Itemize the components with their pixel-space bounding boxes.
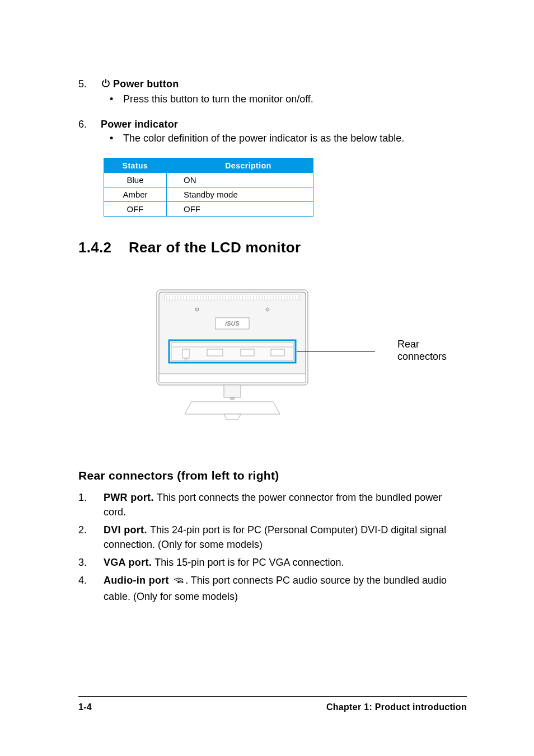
svg-rect-65 xyxy=(224,385,241,397)
bullet-item: • The color definition of the power indi… xyxy=(78,133,467,144)
power-icon xyxy=(101,78,111,91)
connector-item: 3. VGA port. This 15-pin port is for PC … xyxy=(78,555,467,570)
item-title: Power button xyxy=(101,78,179,91)
svg-text:/SUS: /SUS xyxy=(224,320,240,327)
table-row: Blue ON xyxy=(104,173,313,187)
footer-rule xyxy=(78,696,467,697)
connector-lead: PWR port. xyxy=(104,492,157,503)
svg-rect-2 xyxy=(165,294,300,300)
svg-point-51 xyxy=(195,308,199,311)
svg-point-59 xyxy=(185,358,187,360)
svg-rect-58 xyxy=(182,349,189,358)
table-cell: Blue xyxy=(104,173,167,187)
item-number: 4. xyxy=(78,573,104,604)
table-cell: Standby mode xyxy=(167,187,313,202)
section-title: Rear of the LCD monitor xyxy=(129,239,301,256)
svg-rect-61 xyxy=(241,349,254,356)
callout-line1: Rear xyxy=(397,339,419,350)
bullet-item: • Press this button to turn the monitor … xyxy=(78,93,467,105)
svg-rect-62 xyxy=(271,349,284,356)
page-footer: 1-4 Chapter 1: Product introduction xyxy=(78,696,467,712)
item-title-text: Power button xyxy=(113,78,179,90)
bullet-text: The color definition of the power indica… xyxy=(123,133,404,144)
chapter-title: Chapter 1: Product introduction xyxy=(326,702,467,712)
connector-item: 1. PWR port. This port connects the powe… xyxy=(78,490,467,519)
item-title: Power indicator xyxy=(101,119,178,130)
sub-heading: Rear connectors (from left to right) xyxy=(78,469,467,482)
section-number: 1.4.2 xyxy=(78,239,129,256)
svg-point-52 xyxy=(266,308,269,311)
callout-line2: connectors xyxy=(397,351,447,362)
figure-callout: Rear connectors xyxy=(397,338,447,363)
connector-lead: Audio-in port xyxy=(104,575,172,586)
connector-lead: DVI port. xyxy=(104,524,150,536)
item-number: 3. xyxy=(78,555,104,570)
table-header: Status xyxy=(104,158,167,173)
audio-in-icon xyxy=(173,575,184,589)
connector-text: This 15-pin port is for PC VGA connectio… xyxy=(154,557,344,568)
svg-rect-60 xyxy=(207,349,223,356)
page-number: 1-4 xyxy=(78,702,92,712)
list-item-5: 5. Power button xyxy=(78,78,467,91)
section-heading: 1.4.2Rear of the LCD monitor xyxy=(78,239,467,256)
table-header: Description xyxy=(167,158,313,173)
list-item-6: 6. Power indicator xyxy=(78,119,467,130)
table-cell: OFF xyxy=(167,202,313,217)
table-cell: Amber xyxy=(104,187,167,202)
connector-lead: VGA port. xyxy=(104,557,154,568)
item-number: 1. xyxy=(78,490,104,519)
connector-text: This 24-pin port is for PC (Personal Com… xyxy=(104,524,446,550)
item-number: 5. xyxy=(78,78,101,91)
document-page: 5. Power button • Press this button to t… xyxy=(0,0,534,756)
svg-point-66 xyxy=(230,397,235,400)
svg-point-67 xyxy=(177,581,180,583)
table-cell: OFF xyxy=(104,202,167,217)
connector-item: 4. Audio-in port . This port connects PC… xyxy=(78,573,467,604)
table-row: OFF OFF xyxy=(104,202,313,217)
monitor-rear-figure: /SUS Rear connectors xyxy=(151,284,442,424)
bullet-text: Press this button to turn the monitor on… xyxy=(123,93,313,105)
item-number: 6. xyxy=(78,119,101,130)
connector-item: 2. DVI port. This 24-pin port is for PC … xyxy=(78,523,467,552)
bullet-icon: • xyxy=(110,93,123,105)
bullet-icon: • xyxy=(110,133,123,144)
table-cell: ON xyxy=(167,173,313,187)
power-indicator-table: Status Description Blue ON Amber Standby… xyxy=(104,158,467,217)
item-number: 2. xyxy=(78,523,104,552)
svg-rect-64 xyxy=(159,374,306,383)
svg-rect-1 xyxy=(159,292,306,383)
table-row: Amber Standby mode xyxy=(104,187,313,202)
table-header-row: Status Description xyxy=(104,158,313,173)
